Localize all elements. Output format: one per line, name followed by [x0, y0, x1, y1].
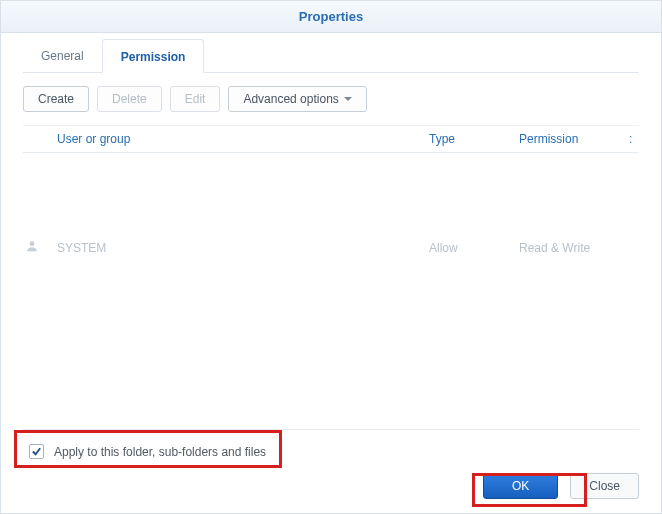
dialog-title: Properties [1, 1, 661, 33]
user-icon [25, 239, 39, 253]
create-button[interactable]: Create [23, 86, 89, 112]
column-permission[interactable]: Permission [519, 132, 629, 146]
advanced-options-button[interactable]: Advanced options [228, 86, 366, 112]
toolbar: Create Delete Edit Advanced options [23, 73, 639, 126]
edit-button: Edit [170, 86, 221, 112]
column-extra: : [629, 132, 639, 146]
annotation-highlight-apply [14, 430, 282, 468]
row-user: SYSTEM [53, 241, 429, 255]
delete-button: Delete [97, 86, 162, 112]
column-type[interactable]: Type [429, 132, 519, 146]
annotation-highlight-ok [472, 473, 587, 507]
tab-general[interactable]: General [23, 39, 102, 72]
chevron-down-icon [344, 97, 352, 101]
dialog-content: General Permission Create Delete Edit Ad… [1, 33, 661, 473]
advanced-options-label: Advanced options [243, 92, 338, 106]
row-icon-cell [23, 239, 53, 256]
table-row[interactable]: SYSTEM Allow Read & Write [23, 231, 639, 264]
tab-bar: General Permission [23, 39, 639, 73]
table-header: User or group Type Permission : [23, 126, 639, 153]
svg-point-0 [30, 241, 35, 246]
table-body: SYSTEM Allow Read & Write [23, 153, 639, 429]
column-checkbox [23, 132, 53, 146]
tab-permission[interactable]: Permission [102, 39, 205, 73]
row-permission: Read & Write [519, 241, 629, 255]
row-type: Allow [429, 241, 519, 255]
column-user[interactable]: User or group [53, 132, 429, 146]
